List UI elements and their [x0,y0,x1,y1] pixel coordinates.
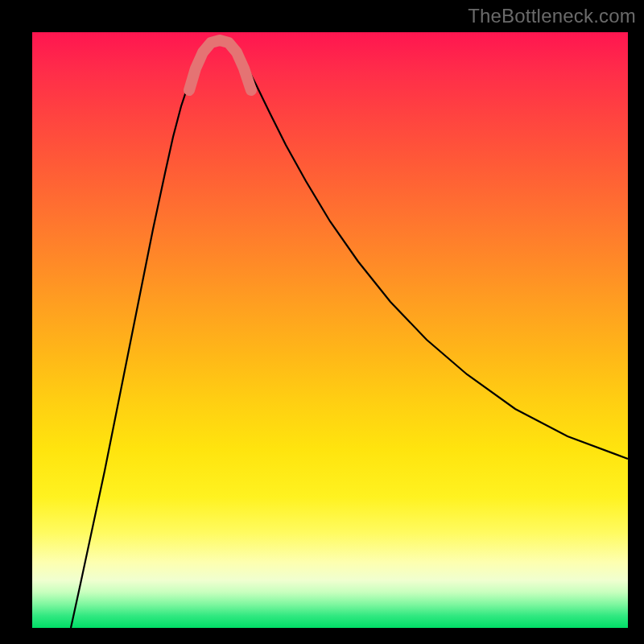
plot-area [32,32,628,628]
black-curve-right [238,52,628,459]
watermark-text: TheBottleneck.com [468,5,636,27]
black-curve-left [71,52,201,628]
chart-svg [32,32,628,628]
pink-trough [189,40,251,90]
chart-frame: TheBottleneck.com [0,0,644,644]
